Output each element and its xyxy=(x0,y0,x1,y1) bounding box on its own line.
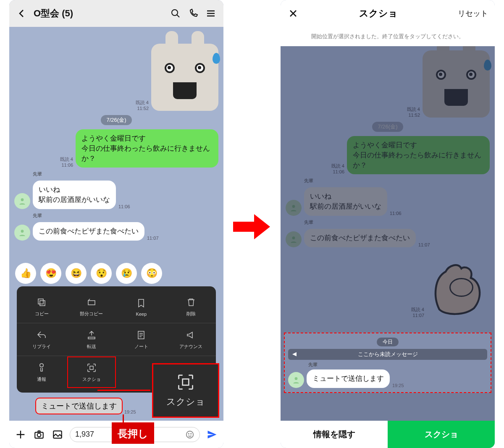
menu-icon[interactable] xyxy=(205,8,217,19)
annotation-line xyxy=(97,390,150,391)
send-icon[interactable] xyxy=(206,428,218,441)
timestamp: 11:06 xyxy=(390,211,402,216)
ctx-label: Keep xyxy=(136,312,147,317)
sticker-bunny xyxy=(423,50,490,118)
ctx-label: 削除 xyxy=(186,311,196,317)
longpress-label: 長押し xyxy=(112,422,154,444)
ctx-delete[interactable]: 削除 xyxy=(166,291,216,323)
unread-text: ここから未読メッセージ xyxy=(358,351,418,357)
timestamp: 11:52 xyxy=(136,106,149,111)
reaction-shock[interactable]: 😳 xyxy=(141,263,162,284)
received-message: この前食べたピザまた食べたい xyxy=(304,229,416,247)
reaction-row: 👍 😍 😆 😯 😢 😳 xyxy=(9,261,168,286)
reaction-laugh[interactable]: 😆 xyxy=(66,263,87,284)
svg-rect-3 xyxy=(38,299,43,304)
avatar xyxy=(286,231,302,247)
timestamp: 19:25 xyxy=(392,383,404,388)
search-icon[interactable] xyxy=(170,8,181,19)
received-message[interactable]: この前食べたピザまた食べたい xyxy=(33,222,144,241)
ctx-copy[interactable]: コピー xyxy=(17,291,67,323)
reaction-thumbsup[interactable]: 👍 xyxy=(15,263,36,284)
ctx-label: 通報 xyxy=(37,376,46,383)
ctx-label: ノート xyxy=(134,343,148,350)
close-icon[interactable] xyxy=(287,8,299,19)
unread-divider: ◀ここから未読メッセージ xyxy=(288,349,487,360)
muted-message-highlight: ミュートで送信します 19:25 xyxy=(35,398,136,414)
reset-button[interactable]: リセット xyxy=(458,8,488,18)
ctx-announce[interactable]: アナウンス xyxy=(166,323,216,356)
ctx-label: 部分コピー xyxy=(80,311,103,317)
timestamp: 11:52 xyxy=(407,113,420,118)
svg-rect-7 xyxy=(90,366,93,369)
timestamp: 11:07 xyxy=(147,236,159,241)
sender-name: 先輩 xyxy=(308,362,487,368)
ctx-label: アナウンス xyxy=(179,343,202,350)
sent-message[interactable]: ようやく金曜日です 今日の仕事終わったら飲みに行きませんか？ xyxy=(76,129,218,168)
avatar[interactable] xyxy=(14,225,30,241)
read-status: 既読 4 xyxy=(407,106,420,113)
emoji-icon[interactable] xyxy=(185,430,194,439)
camera-icon[interactable] xyxy=(33,428,45,441)
chat-screen: O型会 (5) 既読 4 11:52 7/26(金 xyxy=(9,0,223,448)
ctx-partial-copy[interactable]: 部分コピー xyxy=(67,291,117,323)
call-icon[interactable] xyxy=(187,8,199,19)
timestamp: 11:06 xyxy=(60,162,73,168)
callout-label: スクショ xyxy=(166,396,205,408)
screenshot-action-bar: 情報を隠す スクショ xyxy=(281,421,495,448)
sender-name: 先輩 xyxy=(33,171,223,177)
received-message: いいね 駅前の居酒屋がいいな xyxy=(304,187,387,216)
svg-rect-4 xyxy=(40,301,45,306)
screenshot-header: スクショ リセット xyxy=(281,0,495,27)
ctx-forward[interactable]: 転送 xyxy=(67,323,117,356)
date-divider: 7/26(金) xyxy=(372,122,404,132)
screenshot-chat-body[interactable]: 既読 4 11:52 7/26(金) 既読 411:06 ようやく金曜日です 今… xyxy=(281,46,495,422)
hide-info-button[interactable]: 情報を隠す xyxy=(281,421,388,448)
svg-point-2 xyxy=(21,230,24,233)
svg-point-14 xyxy=(191,433,191,434)
selection-region[interactable]: 今日 ◀ここから未読メッセージ 先輩 ミュートで送信します 19:25 xyxy=(284,333,491,393)
date-divider: 7/26(金) xyxy=(101,115,132,125)
ctx-screenshot[interactable]: スクショ xyxy=(67,356,117,388)
timestamp: 19:25 xyxy=(124,409,136,414)
read-status: 既読 4 xyxy=(411,307,424,313)
sender-name: 先輩 xyxy=(304,219,495,225)
selection-prompt: 開始位置が選択されました。終了位置をタップしてください。 xyxy=(281,27,495,46)
chat-header: O型会 (5) xyxy=(9,0,223,27)
ctx-label: 転送 xyxy=(87,343,96,350)
avatar xyxy=(286,200,302,216)
timestamp: 11:06 xyxy=(118,204,130,209)
sent-message: ようやく金曜日です 今日の仕事終わったら飲みに行きませんか？ xyxy=(347,136,490,174)
svg-point-15 xyxy=(292,205,295,208)
gallery-icon[interactable] xyxy=(51,428,64,441)
muted-bubble[interactable]: ミュートで送信します xyxy=(35,398,123,414)
sender-name: 先輩 xyxy=(304,178,495,184)
screenshot-mode-screen: スクショ リセット 開始位置が選択されました。終了位置をタップしてください。 既… xyxy=(281,0,495,448)
sticker-bunny[interactable] xyxy=(151,44,218,111)
ctx-keep[interactable]: Keep xyxy=(116,291,166,323)
svg-rect-5 xyxy=(88,301,95,305)
plus-icon[interactable] xyxy=(14,428,27,441)
timestamp: 11:07 xyxy=(411,313,424,318)
selected-message: ミュートで送信します xyxy=(307,369,390,388)
reaction-love[interactable]: 😍 xyxy=(40,263,61,284)
svg-point-16 xyxy=(292,236,295,239)
reaction-cry[interactable]: 😢 xyxy=(116,263,137,284)
avatar xyxy=(288,372,304,388)
screenshot-title: スクショ xyxy=(305,7,452,20)
read-status: 既読 4 xyxy=(331,163,344,169)
ctx-label: スクショ xyxy=(82,376,101,383)
transition-arrow xyxy=(233,214,271,239)
sender-name: 先輩 xyxy=(33,212,223,219)
ctx-report[interactable]: 通報 xyxy=(17,356,67,388)
svg-point-13 xyxy=(189,433,189,434)
screenshot-button[interactable]: スクショ xyxy=(388,421,495,448)
ctx-note[interactable]: ノート xyxy=(116,323,166,356)
received-message[interactable]: いいね 駅前の居酒屋がいいな xyxy=(33,181,116,209)
ctx-label: リプライ xyxy=(32,343,51,350)
reaction-surprised[interactable]: 😯 xyxy=(91,263,112,284)
ctx-reply[interactable]: リプライ xyxy=(17,323,67,356)
avatar[interactable] xyxy=(14,193,30,209)
svg-point-0 xyxy=(172,10,178,16)
chat-title: O型会 (5) xyxy=(34,7,164,20)
back-icon[interactable] xyxy=(16,8,28,19)
